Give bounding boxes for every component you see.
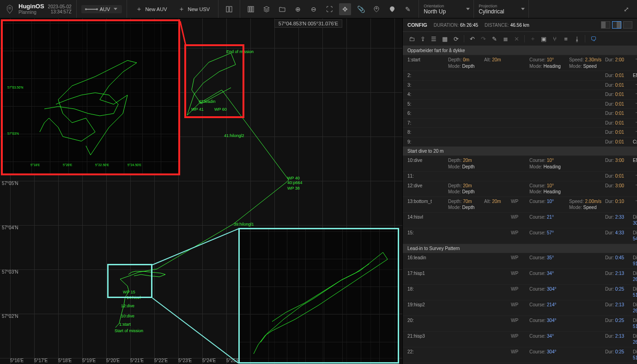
zoom-in-icon[interactable]: ⊕ xyxy=(292,3,304,15)
fit-screen-icon[interactable]: ⛶ xyxy=(323,3,335,15)
waypoint-row[interactable]: 20:WPCourse: 304°Dur: 0:25Dist: 51m⋯ xyxy=(403,316,637,332)
panel-layout-icon[interactable] xyxy=(223,3,235,15)
section-header: Opparbeider fart for å dykke xyxy=(403,46,637,55)
waypoint-row[interactable]: 16:leadinWPCourse: 35°Dur: 0:45Dist: 91m… xyxy=(403,253,637,269)
row-menu-icon[interactable]: ⋯ xyxy=(633,183,637,187)
svg-rect-4 xyxy=(252,6,254,12)
panel-title: CONFIG xyxy=(407,22,427,28)
edit-icon[interactable]: ✎ xyxy=(489,34,499,44)
new-usv-button[interactable]: ＋New USV xyxy=(174,4,213,15)
zoom-out-icon[interactable]: ⊖ xyxy=(308,3,320,15)
list-icon[interactable]: ≣ xyxy=(500,34,510,44)
branch-icon[interactable]: ⑂ xyxy=(550,34,560,44)
waypoint-row[interactable]: 12:diveDepth: 20mMode: DepthCourse: 10°M… xyxy=(403,181,637,197)
attachment-icon[interactable]: 📎 xyxy=(355,3,367,15)
row-menu-icon[interactable]: ⋯ xyxy=(633,101,637,106)
plus-icon: ＋ xyxy=(178,6,185,13)
panel-toolbar: 🗀 ⇪ ☰ ▦ ⟳ ↶ ↷ ✎ ≣ ✕ ＋ ▣ ⑂ ≡ ⭳ 🗨 xyxy=(403,32,637,46)
settings-sliders-icon[interactable]: ☰ xyxy=(429,34,439,44)
pencil-icon[interactable]: ✎ xyxy=(402,3,414,15)
waypoint-row[interactable]: 4:Dur: 0:01⋯ xyxy=(403,90,637,100)
row-menu-icon[interactable]: ⋯ xyxy=(633,173,637,178)
comment-icon[interactable]: 🗨 xyxy=(588,34,598,44)
move-icon[interactable]: ✥ xyxy=(339,3,351,15)
row-menu-icon[interactable]: ⋯ xyxy=(633,198,637,203)
redo-icon[interactable]: ↷ xyxy=(478,34,488,44)
auv-line-icon xyxy=(86,9,97,10)
folder-open-icon[interactable]: 🗀 xyxy=(406,34,417,44)
waypoint-row[interactable]: 2:Dur: 0:01EMPowerOn⋯ xyxy=(403,71,637,81)
waypoint-row[interactable]: 7:Dur: 0:01⋯ xyxy=(403,119,637,128)
row-menu-icon[interactable]: ⋯ xyxy=(633,129,637,134)
map-canvas[interactable]: 57°04.853'N 005°31.076'E 57°05'N 57°04'N… xyxy=(0,18,402,364)
waypoint-icon[interactable]: ▣ xyxy=(539,34,549,44)
callout-line-teal xyxy=(0,18,402,364)
refresh-icon[interactable]: ⟳ xyxy=(451,34,461,44)
layers-icon[interactable] xyxy=(261,3,273,15)
waypoint-row[interactable]: 9:Dur: 0:01CxCPowerOn⋯ xyxy=(403,137,637,147)
row-menu-icon[interactable]: ⋯ xyxy=(633,91,637,96)
add-icon[interactable]: ＋ xyxy=(528,34,538,44)
waypoint-row[interactable]: 15:WPCourse: 57°Dur: 4:33Dist: 547m⋯ xyxy=(403,228,637,244)
chevron-down-icon xyxy=(466,8,470,10)
header-date: 2023-05-02 xyxy=(48,4,72,9)
top-toolbar: HuginOS Planning 2023-05-02 13:34:57Z AU… xyxy=(0,0,637,18)
app-title: HuginOS xyxy=(18,3,44,10)
layout-toggle[interactable] xyxy=(601,21,632,29)
layout-split-icon[interactable] xyxy=(612,21,621,29)
chevron-down-icon xyxy=(114,8,117,10)
folder-open-icon[interactable] xyxy=(276,3,288,15)
waypoint-row[interactable]: 21:hisp3WPCourse: 34°Dur: 2:13Dist: 266m… xyxy=(403,332,637,347)
undo-icon[interactable]: ↶ xyxy=(467,34,477,44)
marker-filled-icon[interactable] xyxy=(386,3,398,15)
waypoint-row[interactable]: 8:Dur: 0:01⋯ xyxy=(403,128,637,137)
marker-icon[interactable] xyxy=(370,3,382,15)
row-menu-icon[interactable]: ⋯ xyxy=(633,82,637,87)
close-icon[interactable]: ✕ xyxy=(511,34,522,44)
orientation-dropdown[interactable]: Orientation North Up xyxy=(419,2,465,16)
waypoint-row[interactable]: 13:bottom_tDepth: 70mMode: DepthAlt: 20m… xyxy=(403,197,637,213)
waypoint-row[interactable]: 1:startDepth: 0mMode: DepthAlt: 20mCours… xyxy=(403,55,637,71)
header-time: 13:34:57Z xyxy=(48,9,72,14)
svg-rect-1 xyxy=(230,6,232,12)
new-auv-button[interactable]: ＋New AUV xyxy=(132,4,170,15)
center-icon[interactable]: ⤢ xyxy=(620,3,632,15)
app-mode: Planning xyxy=(18,10,44,15)
waypoint-row[interactable]: 11:Dur: 0:01⋯ xyxy=(403,172,637,181)
vehicle-dropdown[interactable]: AUV xyxy=(81,5,122,13)
columns-icon[interactable] xyxy=(245,3,257,15)
section-header: Start dive to 20 m xyxy=(403,147,637,156)
waypoint-row[interactable]: 19:hisp2WPCourse: 214°Dur: 2:13Dist: 266… xyxy=(403,300,637,316)
duration-value: 6h 26:45 xyxy=(460,23,478,28)
svg-point-5 xyxy=(376,7,377,9)
layout-left-icon[interactable] xyxy=(601,21,610,29)
plus-icon: ＋ xyxy=(135,6,143,13)
svg-rect-3 xyxy=(250,6,252,12)
waypoint-row[interactable]: 14:hisvlWPCourse: 21°Dur: 2:33Dist: 308m… xyxy=(403,213,637,228)
row-menu-icon[interactable]: ⋯ xyxy=(633,57,637,61)
section-header: Lead-in to Survey Pattern xyxy=(403,244,637,253)
waypoint-row[interactable]: 18:WPCourse: 304°Dur: 0:25Dist: 51m⋯ xyxy=(403,285,637,300)
sequence-icon[interactable]: ≡ xyxy=(561,34,571,44)
svg-rect-0 xyxy=(226,6,229,12)
waypoint-row[interactable]: 17:hisp1WPCourse: 34°Dur: 2:13Dist: 266m… xyxy=(403,269,637,285)
layout-full-icon[interactable] xyxy=(623,21,632,29)
projection-dropdown[interactable]: Projection Cylindrical xyxy=(474,2,520,16)
export-icon[interactable]: ⇪ xyxy=(418,34,428,44)
row-menu-icon[interactable]: ⋯ xyxy=(633,110,637,115)
waypoint-row[interactable]: 5:Dur: 0:01⋯ xyxy=(403,100,637,109)
waypoint-list[interactable]: Opparbeider fart for å dykke1:startDepth… xyxy=(403,46,637,364)
waypoint-row[interactable]: 10:diveDepth: 20mMode: DepthCourse: 10°M… xyxy=(403,156,637,172)
app-logo-icon xyxy=(5,4,15,14)
waypoint-row[interactable]: 3:Dur: 0:01⋯ xyxy=(403,81,637,90)
svg-line-8 xyxy=(152,229,238,265)
distance-value: 46.56 km xyxy=(510,23,529,28)
svg-rect-2 xyxy=(248,6,249,12)
download-icon[interactable]: ⭳ xyxy=(572,34,582,44)
chevron-down-icon xyxy=(521,8,525,10)
row-menu-icon[interactable]: ⋯ xyxy=(633,120,637,125)
waypoint-row[interactable]: 6:Dur: 0:01⋯ xyxy=(403,109,637,119)
waypoint-row[interactable]: 22:WPCourse: 304°Dur: 0:25Dist: 51m⋯ xyxy=(403,347,637,363)
config-panel: CONFIG DURATION: 6h 26:45 DISTANCE: 46.5… xyxy=(402,18,637,364)
new-doc-icon[interactable]: ▦ xyxy=(440,34,450,44)
